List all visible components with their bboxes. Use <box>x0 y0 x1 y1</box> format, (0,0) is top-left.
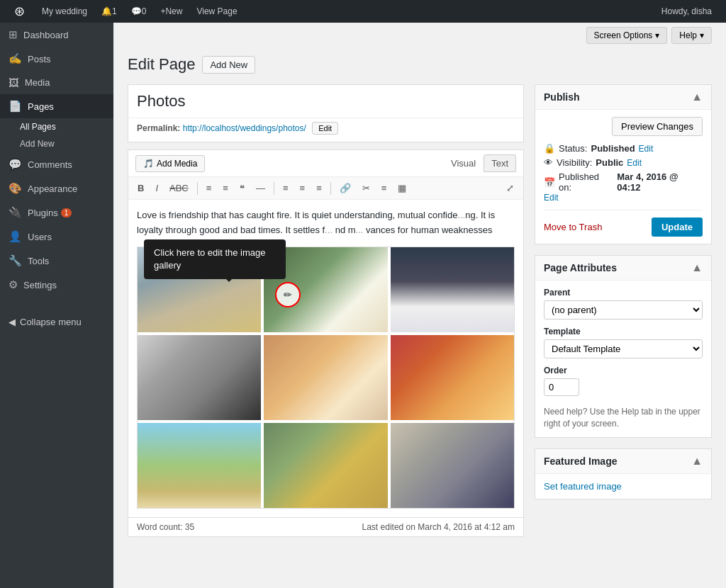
link-button[interactable]: 🔗 <box>335 180 356 196</box>
order-input[interactable] <box>544 378 579 396</box>
bullet-list-button[interactable]: ≡ <box>201 180 217 196</box>
visibility-edit-link[interactable]: Edit <box>627 158 642 168</box>
add-media-button[interactable]: 🎵 Add Media <box>135 155 205 172</box>
editor-statusbar: Word count: 35 Last edited on March 4, 2… <box>128 518 524 537</box>
sidebar-item-settings[interactable]: ⚙ Settings <box>0 273 113 297</box>
add-new-sub-label: Add New <box>20 139 55 149</box>
gallery-image-5[interactable] <box>264 335 387 420</box>
publish-panel: Publish ▲ Preview Changes 🔒 Status: Publ… <box>535 84 712 244</box>
gallery-image-9[interactable] <box>391 423 514 508</box>
publish-panel-toggle[interactable]: ▲ <box>691 91 703 103</box>
visibility-value: Public <box>596 157 623 168</box>
gallery-image-8[interactable] <box>264 423 387 508</box>
sidebar-item-label: Tools <box>28 256 49 266</box>
status-edit-link[interactable]: Edit <box>639 144 654 154</box>
view-page-item[interactable]: View Page <box>189 0 244 23</box>
editor-meta: 🎵 Add Media Visual Text B I ABC ≡ <box>128 149 524 518</box>
set-featured-image-link[interactable]: Set featured image <box>544 481 622 492</box>
align-right-button[interactable]: ≡ <box>311 180 327 196</box>
sidebar-item-media[interactable]: 🖼 Media <box>0 71 113 94</box>
sidebar-subitem-all-pages[interactable]: All Pages <box>0 118 113 135</box>
sidebar-item-label: Settings <box>23 280 57 290</box>
permalink-url[interactable]: http://localhost/weddings/photos/ <box>183 123 306 133</box>
new-item[interactable]: + New <box>153 0 189 23</box>
word-count: Word count: 35 <box>137 522 194 532</box>
sidebar-item-tools[interactable]: 🔧 Tools <box>0 249 113 273</box>
expand-button[interactable]: ⤢ <box>501 180 519 196</box>
add-new-button[interactable]: Add New <box>202 56 255 74</box>
help-button[interactable]: Help ▾ <box>671 27 712 44</box>
strikethrough-button[interactable]: ABC <box>164 180 194 196</box>
publish-panel-body: Preview Changes 🔒 Status: Published Edit… <box>535 110 711 244</box>
gallery-image-3[interactable] <box>391 247 514 332</box>
sidebar-item-users[interactable]: 👤 Users <box>0 225 113 249</box>
editor-content[interactable]: Love is friendship that has caught fire.… <box>128 200 523 517</box>
editor-tabs: Visual Text <box>443 154 516 172</box>
bold-button[interactable]: B <box>133 180 149 196</box>
page-attributes-header: Page Attributes ▲ <box>535 256 711 281</box>
gallery-tooltip-text: Click here to edit the image gallery <box>154 247 266 271</box>
notifications-icon: 🔔 <box>101 6 112 16</box>
notifications-item[interactable]: 🔔 1 <box>94 0 124 23</box>
preview-changes-button[interactable]: Preview Changes <box>612 117 703 136</box>
fmt-separator-3 <box>330 182 331 195</box>
comments-item[interactable]: 💬 0 <box>124 0 154 23</box>
gallery-image-6[interactable] <box>391 335 514 420</box>
appearance-icon: 🎨 <box>9 182 22 195</box>
fmt-separator-2 <box>274 182 274 195</box>
gallery-image-7[interactable] <box>138 423 261 508</box>
publish-date-row: 📅 Published on: Mar 4, 2016 @ 04:12 Edit <box>544 171 703 203</box>
text-tab[interactable]: Text <box>484 154 516 172</box>
formatting-bar: B I ABC ≡ ≡ ❝ — ≡ ≡ ≡ 🔗 ✂ <box>128 177 523 200</box>
howdy-label: Howdy, disha <box>661 6 712 16</box>
post-title-input[interactable] <box>128 85 523 118</box>
screen-options-button[interactable]: Screen Options ▾ <box>586 27 668 44</box>
help-text: Need help? Use the Help tab in the upper… <box>544 406 703 430</box>
visual-tab[interactable]: Visual <box>443 154 484 172</box>
update-button[interactable]: Update <box>652 217 703 237</box>
table-button[interactable]: ▦ <box>393 180 411 196</box>
template-select[interactable]: Default Template <box>544 339 703 358</box>
screen-options-chevron: ▾ <box>655 30 659 40</box>
sidebar-item-pages[interactable]: 📄 Pages <box>0 94 113 118</box>
published-date-edit-link[interactable]: Edit <box>544 193 703 203</box>
edit-page-wrap: Permalink: http://localhost/weddings/pho… <box>113 84 726 551</box>
sidebar-item-label: Posts <box>28 54 51 64</box>
edit-pencil-circle[interactable]: ✏ <box>275 282 301 307</box>
unlink-button[interactable]: ✂ <box>357 180 375 196</box>
page-attributes-toggle[interactable]: ▲ <box>691 261 703 274</box>
align-center-button[interactable]: ≡ <box>295 180 311 196</box>
insert-button[interactable]: ≡ <box>376 180 392 196</box>
blockquote-button[interactable]: ❝ <box>235 180 250 196</box>
sidebar-subitem-add-new[interactable]: Add New <box>0 135 113 152</box>
publish-panel-title: Publish <box>544 91 580 103</box>
site-name-item[interactable]: My wedding <box>35 0 94 23</box>
adminbar-right: Howdy, disha <box>654 0 719 23</box>
gallery-image-4[interactable] <box>138 335 261 420</box>
wp-logo-item[interactable]: ⊛ <box>7 0 35 23</box>
permalink-edit-button[interactable]: Edit <box>312 122 338 135</box>
move-to-trash-link[interactable]: Move to Trash <box>544 222 602 232</box>
sidebar-item-dashboard[interactable]: ⊞ Dashboard <box>0 23 113 47</box>
hr-button[interactable]: — <box>251 180 270 196</box>
sidebar-item-label: Appearance <box>28 183 77 194</box>
comments-icon: 💬 <box>131 6 142 16</box>
sidebar-item-label: Dashboard <box>23 30 69 40</box>
page-heading: Edit Page Add New <box>113 48 726 84</box>
italic-button[interactable]: I <box>150 180 163 196</box>
featured-image-toggle[interactable]: ▲ <box>691 455 703 468</box>
sidebar-item-posts[interactable]: ✍ Posts <box>0 47 113 71</box>
howdy-item[interactable]: Howdy, disha <box>654 0 719 23</box>
sidebar-item-comments[interactable]: 💬 Comments <box>0 152 113 176</box>
new-plus-icon: + <box>160 6 165 16</box>
sidebar-item-plugins[interactable]: 🔌 Plugins 1 <box>0 200 113 225</box>
posts-icon: ✍ <box>9 52 22 65</box>
media-icon: 🖼 <box>9 77 19 89</box>
parent-select[interactable]: (no parent) <box>544 300 703 320</box>
publish-visibility-row: 👁 Visibility: Public Edit <box>544 157 703 168</box>
sidebar-item-appearance[interactable]: 🎨 Appearance <box>0 176 113 200</box>
number-list-button[interactable]: ≡ <box>218 180 233 196</box>
collapse-menu-button[interactable]: ◀ Collapse menu <box>0 311 113 333</box>
sidebar-item-label: Users <box>28 232 52 242</box>
align-left-button[interactable]: ≡ <box>278 180 294 196</box>
